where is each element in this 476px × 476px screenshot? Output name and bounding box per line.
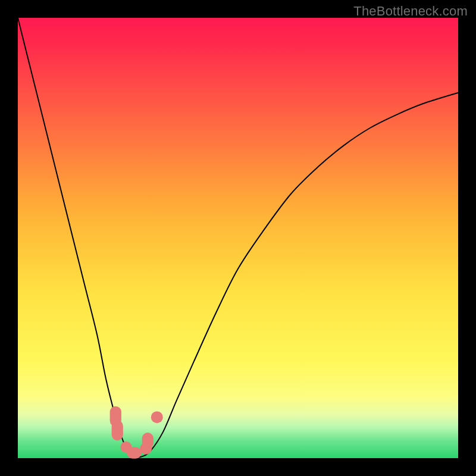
bottleneck-curve [18, 18, 458, 458]
curve-marker-pill [112, 420, 123, 440]
curve-marker-pill [142, 433, 154, 449]
curve-markers [110, 406, 163, 459]
watermark-label: TheBottleneck.com [353, 4, 468, 19]
curve-marker-dot [151, 411, 163, 423]
chart-plot-area [18, 18, 458, 458]
curve-marker-pill [127, 447, 141, 459]
bottleneck-curve-svg [18, 18, 458, 458]
